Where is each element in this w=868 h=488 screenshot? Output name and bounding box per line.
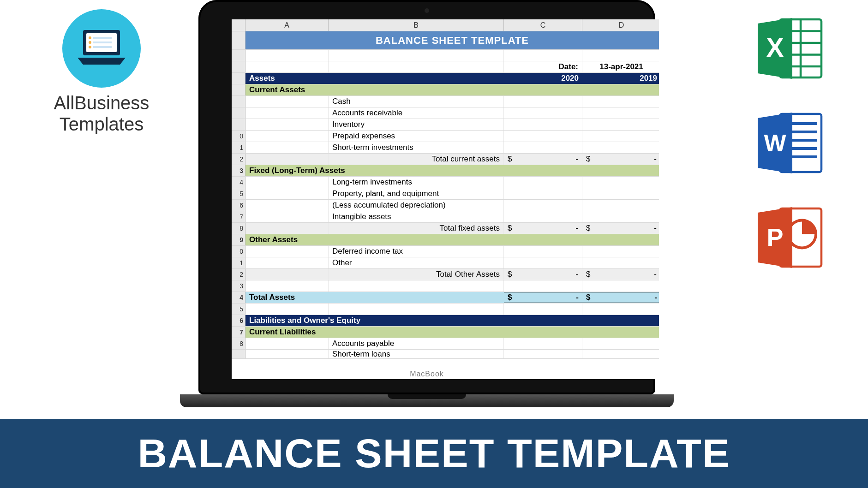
section-label: Assets [245, 73, 329, 84]
laptop-label: MacBook [198, 370, 655, 378]
blank-row: 3 [232, 280, 659, 292]
item-row: Cash [232, 96, 659, 107]
excel-icon: X [755, 14, 824, 83]
laptop-mockup: A B C D BALANCE SHEET TEMPLATE [180, 0, 674, 422]
date-value: 13-apr-2021 [582, 61, 659, 72]
svg-text:P: P [766, 223, 783, 251]
total-current-assets: 2 Total current assets $- $- [232, 154, 659, 165]
brand-line1: AllBusiness [42, 92, 162, 113]
blank-row: 5 [232, 304, 659, 315]
total-fixed-assets: 8 Total fixed assets $- $- [232, 223, 659, 234]
sub-current-liabilities: 7 Current Liabilities [232, 327, 659, 338]
laptop-logo-icon [74, 25, 129, 71]
laptop-base [180, 394, 674, 407]
title-row: BALANCE SHEET TEMPLATE [232, 31, 659, 50]
total-assets: 4 Total Assets $- $- [232, 292, 659, 304]
item-row: Short-term loans [232, 350, 659, 359]
col-header-d: D [582, 19, 659, 31]
item-row: 0Prepaid expenses [232, 131, 659, 142]
item-row: 8Accounts payable [232, 338, 659, 350]
col-header-a: A [245, 19, 329, 31]
item-row: 1Other [232, 257, 659, 269]
camera-icon [425, 8, 429, 13]
brand-logo [62, 9, 141, 88]
section-liabilities: 6 Liabilities and Owner's Equity [232, 315, 659, 327]
bottom-banner: BALANCE SHEET TEMPLATE [0, 419, 868, 488]
spreadsheet-view: A B C D BALANCE SHEET TEMPLATE [232, 19, 659, 379]
brand-text: AllBusiness Templates [42, 92, 162, 135]
sheet-title: BALANCE SHEET TEMPLATE [245, 31, 659, 49]
item-row: Inventory [232, 119, 659, 131]
svg-rect-5 [93, 42, 112, 43]
item-row: 5Property, plant, and equipment [232, 188, 659, 200]
item-row: 7Intangible assets [232, 211, 659, 223]
item-row: 4Long-term investments [232, 177, 659, 188]
svg-point-6 [89, 46, 91, 48]
svg-rect-3 [93, 37, 112, 39]
item-row: 1Short-term investments [232, 142, 659, 154]
svg-rect-7 [93, 46, 112, 48]
powerpoint-icon: P [755, 203, 824, 272]
date-row: Date: 13-apr-2021 [232, 61, 659, 73]
brand-line2: Templates [42, 113, 162, 135]
blank-row [232, 50, 659, 61]
section-assets: Assets 2020 2019 [232, 73, 659, 84]
item-row: 0Deferred income tax [232, 246, 659, 257]
col-header-c: C [504, 19, 582, 31]
item-row: 6(Less accumulated depreciation) [232, 200, 659, 211]
word-icon: W [755, 108, 824, 178]
date-label: Date: [504, 61, 582, 72]
brand-block: AllBusiness Templates [42, 9, 162, 135]
year-2019: 2019 [582, 73, 659, 84]
svg-text:W: W [764, 130, 786, 156]
app-icons: X W P [755, 14, 824, 272]
total-other-assets: 2 Total Other Assets $- $- [232, 269, 659, 280]
banner-text: BALANCE SHEET TEMPLATE [138, 430, 730, 477]
year-2020: 2020 [504, 73, 582, 84]
sub-fixed-assets: 3 Fixed (Long-Term) Assets [232, 165, 659, 177]
svg-point-4 [89, 41, 91, 44]
sub-current-assets: Current Assets [232, 84, 659, 96]
column-headers: A B C D [232, 19, 659, 31]
sub-other-assets: 9 Other Assets [232, 234, 659, 246]
svg-text:X: X [766, 33, 784, 62]
svg-point-2 [89, 36, 91, 39]
item-row: Accounts receivable [232, 107, 659, 119]
col-header-b: B [329, 19, 504, 31]
